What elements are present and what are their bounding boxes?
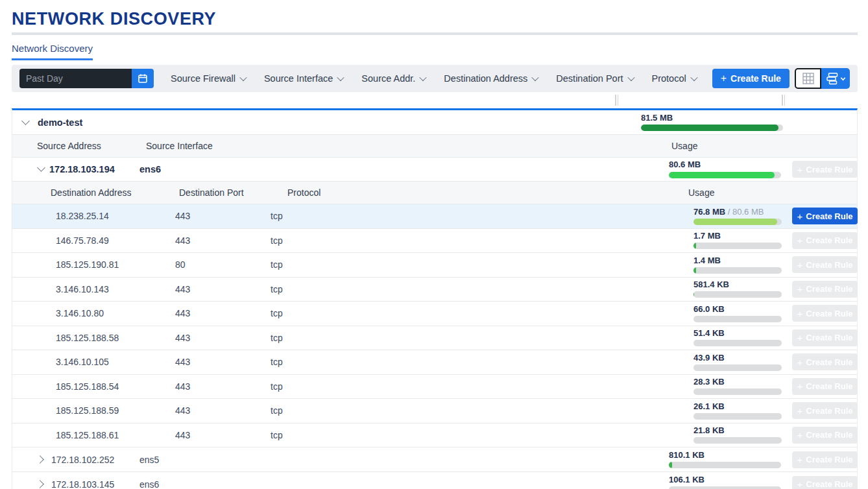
- destination-row[interactable]: 185.125.188.58443tcp51.4 KB+ Create Rule: [12, 326, 857, 351]
- usage-label: 81.5 MB: [641, 113, 783, 123]
- destination-row[interactable]: 185.125.188.61443tcp21.8 KB+ Create Rule: [12, 423, 857, 448]
- usage-bar-track: [669, 462, 781, 468]
- destination-row[interactable]: 185.125.188.59443tcp26.1 KB+ Create Rule: [12, 399, 857, 423]
- usage-bar-fill: [693, 291, 694, 298]
- chevron-down-icon[interactable]: [37, 165, 46, 174]
- usage-cell: 51.4 KB: [693, 326, 782, 350]
- destination-address: 3.146.10.143: [56, 284, 109, 294]
- plus-icon: +: [797, 479, 802, 489]
- source-interface: ens6: [139, 479, 159, 489]
- column-resize-handle[interactable]: [784, 95, 786, 106]
- source-row[interactable]: 172.18.102.252ens5810.1 KB+ Create Rule: [12, 447, 857, 472]
- group-name: demo-test: [38, 117, 82, 128]
- usage-bar-track: [693, 267, 782, 274]
- plus-icon: +: [797, 211, 802, 221]
- column-resize-handle[interactable]: [782, 95, 783, 106]
- chevron-right-icon[interactable]: [37, 480, 46, 489]
- create-rule-row-button: + Create Rule: [792, 161, 858, 178]
- protocol: tcp: [271, 405, 283, 416]
- usage-bar-fill: [669, 462, 672, 468]
- destination-address: 146.75.78.49: [56, 235, 109, 246]
- protocol: tcp: [271, 430, 283, 440]
- usage-label: 810.1 KB: [669, 451, 781, 460]
- destination-port: 443: [175, 284, 190, 294]
- destination-address: 18.238.25.14: [56, 211, 109, 221]
- dropdown-source-addr[interactable]: Source Addr.: [361, 73, 426, 84]
- protocol: tcp: [271, 333, 283, 343]
- usage-label: 1.4 MB: [693, 256, 782, 265]
- create-rule-label: Create Rule: [806, 455, 852, 464]
- usage-label: 66.0 KB: [693, 305, 782, 314]
- dropdown-protocol[interactable]: Protocol: [652, 73, 697, 84]
- create-rule-row-button: + Create Rule: [792, 281, 858, 298]
- column-resize-handle[interactable]: [618, 95, 619, 106]
- destination-row[interactable]: 185.125.190.8180tcp1.4 MB+ Create Rule: [12, 253, 857, 278]
- create-rule-label: Create Rule: [806, 381, 852, 391]
- usage-bar-track: [693, 243, 782, 249]
- source-header-row: Source AddressSource InterfaceUsage: [12, 135, 857, 158]
- usage-cell: 28.3 KB: [693, 375, 782, 399]
- destination-row[interactable]: 185.125.188.54443tcp28.3 KB+ Create Rule: [12, 375, 857, 400]
- usage-bar-track: [693, 291, 782, 298]
- source-interface: ens6: [139, 164, 161, 174]
- destination-address: 185.125.188.59: [56, 405, 119, 416]
- discovery-table: demo-test81.5 MBSource AddressSource Int…: [12, 108, 858, 489]
- dropdown-destination-port[interactable]: Destination Port: [556, 73, 633, 84]
- tree-view-icon: [826, 72, 839, 85]
- tree-view-button[interactable]: [821, 68, 850, 89]
- usage-bar-track: [693, 219, 782, 225]
- dropdown-source-firewall[interactable]: Source Firewall: [171, 73, 246, 84]
- protocol: tcp: [271, 211, 283, 221]
- create-rule-row-button[interactable]: + Create Rule: [792, 208, 858, 224]
- source-row[interactable]: 172.18.103.145ens6106.1 KB+ Create Rule: [12, 472, 857, 489]
- destination-row[interactable]: 146.75.78.49443tcp1.7 MB+ Create Rule: [12, 229, 857, 254]
- table-view-button[interactable]: [795, 68, 821, 89]
- chevron-right-icon[interactable]: [37, 455, 46, 464]
- create-rule-row-button: + Create Rule: [792, 427, 858, 444]
- chevron-down-icon: [532, 74, 539, 81]
- usage-bar-fill: [693, 219, 777, 225]
- calendar-button[interactable]: [132, 69, 154, 88]
- chevron-down-icon: [239, 74, 247, 81]
- chevron-glyph: [21, 117, 30, 125]
- column-resize-handle[interactable]: [615, 95, 616, 106]
- usage-bar-fill: [693, 267, 696, 274]
- create-rule-label: Create Rule: [806, 309, 852, 318]
- tab-network-discovery[interactable]: Network Discovery: [12, 43, 93, 60]
- destination-address: 185.125.188.61: [56, 430, 119, 440]
- dropdown-label: Protocol: [652, 73, 686, 84]
- usage-cell: 1.4 MB: [693, 253, 782, 277]
- destination-row[interactable]: 3.146.10.105443tcp43.9 KB+ Create Rule: [12, 350, 857, 375]
- create-rule-row-button: + Create Rule: [792, 305, 858, 322]
- usage-label: 581.4 KB: [693, 280, 782, 289]
- destination-port: 80: [175, 259, 186, 270]
- protocol: tcp: [271, 308, 283, 318]
- date-range-input[interactable]: Past Day: [19, 69, 132, 88]
- create-rule-button[interactable]: + Create Rule: [712, 69, 790, 88]
- col-header-destination-address: Destination Address: [51, 187, 132, 198]
- source-row[interactable]: 172.18.103.194ens680.6 MB+ Create Rule: [12, 158, 857, 182]
- dropdown-destination-address[interactable]: Destination Address: [444, 73, 538, 84]
- usage-label: 1.7 MB: [693, 232, 782, 241]
- dropdown-label: Destination Port: [556, 73, 623, 84]
- plus-icon: +: [797, 381, 802, 391]
- view-toggle-group: [795, 68, 850, 89]
- destination-row[interactable]: 18.238.25.14443tcp76.8 MB / 80.6 MB+ Cre…: [12, 204, 857, 229]
- destination-row[interactable]: 3.146.10.143443tcp581.4 KB+ Create Rule: [12, 278, 857, 302]
- create-rule-row-button: + Create Rule: [792, 329, 858, 346]
- usage-cell: 26.1 KB: [693, 399, 782, 423]
- col-header-source-interface: Source Interface: [146, 141, 213, 151]
- usage-bar-track: [693, 413, 782, 420]
- usage-bar-track: [669, 486, 781, 489]
- chevron-down-icon[interactable]: [21, 118, 30, 127]
- create-rule-label: Create Rule: [806, 479, 852, 489]
- destination-row[interactable]: 3.146.10.80443tcp66.0 KB+ Create Rule: [12, 302, 857, 326]
- group-row[interactable]: demo-test81.5 MB: [12, 110, 857, 135]
- destination-address: 185.125.188.54: [56, 381, 119, 392]
- usage-bar-track: [693, 340, 782, 346]
- usage-label: 21.8 KB: [693, 426, 782, 435]
- dropdown-source-interface[interactable]: Source Interface: [264, 73, 343, 84]
- chevron-down-icon: [420, 74, 427, 81]
- usage-cell: 21.8 KB: [693, 423, 782, 447]
- create-rule-label: Create Rule: [806, 260, 852, 270]
